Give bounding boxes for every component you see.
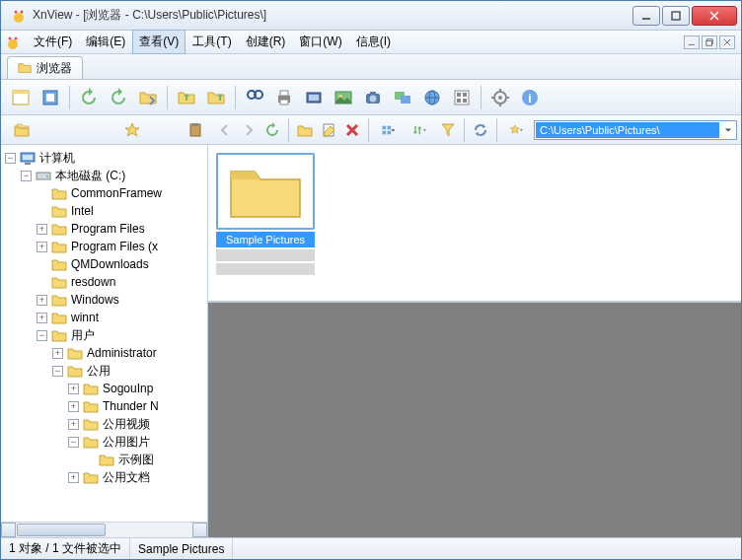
- svg-rect-57: [382, 130, 386, 134]
- mdi-restore[interactable]: [702, 35, 717, 49]
- mdi-minimize[interactable]: [684, 35, 700, 49]
- navbar-left: [5, 119, 212, 141]
- folder-open-button[interactable]: [294, 119, 316, 141]
- tree-item-label: Administrator: [87, 346, 157, 360]
- main-toolbar: i: [1, 80, 741, 115]
- tree-item-label: Program Files: [71, 222, 145, 236]
- rotate-left-button[interactable]: [75, 84, 103, 111]
- thumbnail-label: Sample Pictures: [216, 232, 315, 247]
- layout-button[interactable]: [448, 84, 476, 111]
- svg-point-9: [15, 36, 18, 39]
- svg-rect-61: [25, 163, 31, 165]
- folder-icon: [51, 328, 67, 342]
- svg-point-2: [21, 10, 24, 13]
- settings-button[interactable]: [486, 84, 514, 111]
- folder-icon: [51, 257, 67, 271]
- tree-hscrollbar[interactable]: [1, 522, 207, 537]
- svg-rect-51: [192, 123, 198, 126]
- thumbnail-meta: [216, 249, 315, 261]
- slideshow-button[interactable]: [330, 84, 357, 111]
- folder-icon: [51, 222, 67, 236]
- back-button[interactable]: [214, 119, 236, 141]
- address-bar[interactable]: C:\Users\Public\Pictures\: [534, 120, 737, 140]
- batch-button[interactable]: [134, 84, 162, 111]
- folder-icon: [83, 435, 99, 449]
- svg-rect-26: [309, 95, 319, 101]
- folders-toggle[interactable]: [11, 119, 33, 141]
- tree-item-label: Thunder N: [103, 399, 159, 413]
- statusbar: 1 对象 / 1 文件被选中 Sample Pictures: [1, 537, 741, 559]
- svg-rect-38: [457, 93, 461, 97]
- svg-point-0: [14, 13, 24, 23]
- thumbnail-item[interactable]: Sample Pictures: [216, 153, 315, 275]
- folder-icon: [83, 382, 99, 395]
- export-button[interactable]: [202, 84, 230, 111]
- convert-button[interactable]: [389, 84, 416, 111]
- maximize-button[interactable]: [662, 6, 690, 26]
- reload-button[interactable]: [470, 119, 491, 141]
- filter-button[interactable]: [437, 119, 459, 141]
- favorites-button[interactable]: [502, 119, 532, 141]
- delete-button[interactable]: [341, 119, 363, 141]
- clipboard-button[interactable]: [185, 119, 206, 141]
- tree-item-label: resdown: [71, 275, 115, 289]
- close-button[interactable]: [692, 6, 737, 26]
- browser-button[interactable]: [7, 84, 35, 111]
- tab-label: 浏览器: [37, 60, 72, 77]
- tree-item-label: 公用视频: [103, 416, 150, 433]
- folder-icon: [51, 186, 67, 200]
- fullscreen-button[interactable]: [37, 84, 64, 111]
- menu-edit[interactable]: 编辑(E): [79, 30, 132, 54]
- capture-button[interactable]: [359, 84, 387, 111]
- menu-window[interactable]: 窗口(W): [292, 30, 348, 54]
- menu-info[interactable]: 信息(I): [349, 30, 398, 54]
- tree-item-label: QMDownloads: [71, 257, 149, 271]
- tree-item-label: 计算机: [39, 150, 75, 167]
- search-button[interactable]: [241, 84, 268, 111]
- menu-view[interactable]: 查看(V): [132, 30, 186, 54]
- mdi-close[interactable]: [719, 35, 735, 49]
- open-button[interactable]: [173, 84, 200, 111]
- refresh-button[interactable]: [261, 119, 283, 141]
- status-count: 1 对象 / 1 文件被选中: [1, 538, 130, 559]
- minimize-button[interactable]: [632, 6, 660, 26]
- tree-item-label: 本地磁盘 (C:): [55, 168, 125, 184]
- tree-item-label: SogouInp: [103, 382, 153, 395]
- thumbnail-area[interactable]: Sample Pictures: [208, 145, 741, 303]
- scan-button[interactable]: [300, 84, 328, 111]
- tree-item-label: 公用图片: [103, 434, 150, 451]
- address-path: C:\Users\Public\Pictures\: [536, 122, 719, 138]
- preview-area: [208, 303, 741, 537]
- app-window: XnView - [浏览器 - C:\Users\Public\Pictures…: [0, 0, 742, 560]
- folder-icon: [67, 364, 83, 378]
- menu-tools[interactable]: 工具(T): [186, 30, 238, 54]
- web-button[interactable]: [418, 84, 446, 111]
- computer-icon: [20, 151, 36, 165]
- folder-icon: [99, 453, 114, 466]
- folder-icon: [51, 204, 67, 218]
- forward-button[interactable]: [238, 119, 260, 141]
- print-button[interactable]: [270, 84, 298, 111]
- svg-point-7: [8, 39, 18, 49]
- about-button[interactable]: i: [516, 84, 544, 111]
- svg-point-30: [370, 95, 377, 102]
- address-dropdown[interactable]: [720, 126, 736, 134]
- svg-rect-24: [280, 100, 288, 105]
- rotate-right-button[interactable]: [105, 84, 132, 111]
- svg-rect-23: [280, 91, 288, 96]
- menu-create[interactable]: 创建(R): [239, 30, 293, 54]
- svg-rect-56: [388, 125, 392, 129]
- sort-button[interactable]: [406, 119, 435, 141]
- folder-tree[interactable]: −计算机 −本地磁盘 (C:) CommonFramew Intel +Prog…: [1, 145, 207, 522]
- svg-rect-40: [457, 99, 461, 103]
- menu-file[interactable]: 文件(F): [27, 30, 79, 54]
- svg-text:i: i: [528, 92, 531, 105]
- folder-large-icon: [227, 160, 304, 224]
- svg-point-43: [498, 96, 502, 100]
- view-mode-button[interactable]: [374, 119, 404, 141]
- svg-point-8: [9, 36, 12, 39]
- tab-browser[interactable]: 浏览器: [7, 56, 83, 79]
- mdi-buttons: [684, 35, 735, 49]
- favorites-star-button[interactable]: [121, 119, 143, 141]
- edit-button[interactable]: [318, 119, 339, 141]
